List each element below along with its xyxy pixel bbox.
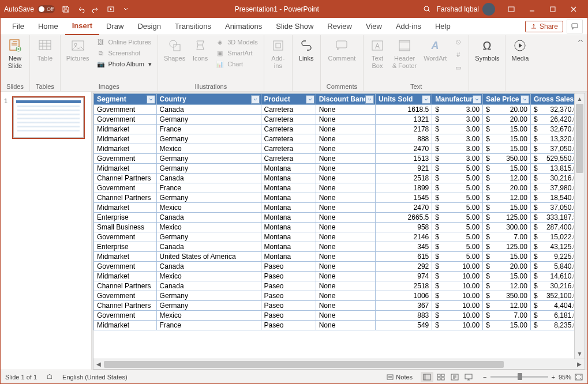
table-cell[interactable]: 10.00 (432, 301, 483, 311)
table-cell[interactable]: None (316, 193, 375, 203)
text-box-button[interactable]: A Text Box (369, 37, 385, 69)
table-cell[interactable]: Government (94, 105, 157, 115)
table-cell[interactable]: 958 (376, 223, 432, 232)
tab-draw[interactable]: Draw (99, 18, 130, 35)
table-cell[interactable]: 2518 (376, 174, 432, 183)
table-cell[interactable]: None (316, 272, 375, 281)
table-cell[interactable]: Carretera (261, 144, 316, 154)
table-cell[interactable]: Government (94, 232, 157, 242)
table-cell[interactable]: 3.00 (432, 125, 483, 134)
slideshow-icon[interactable] (462, 372, 475, 382)
table-row[interactable]: MidmarketUnited States of AmericaMontana… (94, 252, 585, 262)
filter-dropdown-icon[interactable] (422, 95, 430, 104)
table-cell[interactable]: France (156, 183, 261, 193)
table-cell[interactable]: None (316, 213, 375, 223)
table-cell[interactable]: 15.00 (483, 134, 531, 144)
table-cell[interactable]: 3.00 (432, 134, 483, 144)
table-cell[interactable]: None (316, 281, 375, 291)
table-cell[interactable]: 1321 (376, 115, 432, 125)
table-cell[interactable]: Germany (156, 193, 261, 203)
minimize-icon[interactable] (522, 1, 542, 18)
table-cell[interactable]: 2518 (376, 281, 432, 291)
table-cell[interactable]: 10.00 (432, 272, 483, 281)
table-cell[interactable]: None (316, 115, 375, 125)
table-cell[interactable]: Montana (261, 223, 316, 232)
table-cell[interactable]: 20.00 (483, 105, 531, 115)
table-cell[interactable]: Mexico (156, 311, 261, 321)
user-account[interactable]: Farshad Iqbal (437, 3, 495, 16)
table-cell[interactable]: Germany (156, 134, 261, 144)
undo-icon[interactable] (76, 4, 86, 14)
table-row[interactable]: GovernmentCanadaCarreteraNone1618.53.002… (94, 105, 585, 115)
table-cell[interactable]: None (316, 164, 375, 174)
table-cell[interactable]: Mexico (156, 223, 261, 232)
date-time-icon[interactable]: ⏲ (454, 37, 463, 47)
accessibility-icon[interactable]: ☖ (45, 372, 54, 382)
zoom-in-icon[interactable]: + (552, 374, 555, 381)
filter-dropdown-icon[interactable] (365, 95, 374, 104)
table-cell[interactable]: 12.00 (483, 301, 531, 311)
table-cell[interactable]: 300.00 (483, 223, 531, 232)
filter-dropdown-icon[interactable] (147, 95, 155, 104)
table-cell[interactable]: Montana (261, 174, 316, 183)
ribbon-display-icon[interactable] (501, 1, 522, 18)
table-row[interactable]: MidmarketMexicoCarreteraNone24703.0015.0… (94, 144, 585, 154)
table-cell[interactable]: Midmarket (94, 144, 157, 154)
table-cell[interactable]: 15.00 (483, 252, 531, 262)
table-cell[interactable]: 7.00 (483, 311, 531, 321)
table-cell[interactable]: None (316, 232, 375, 242)
photo-album-button[interactable]: 📷Photo Album▾ (96, 59, 152, 69)
notes-button[interactable]: Notes (387, 374, 413, 381)
table-cell[interactable]: Government (94, 183, 157, 193)
table-row[interactable]: Small BusinessMexicoMontanaNone9585.0030… (94, 223, 585, 232)
table-cell[interactable]: 974 (376, 272, 432, 281)
table-cell[interactable]: 5.00 (432, 252, 483, 262)
tab-design[interactable]: Design (130, 18, 167, 35)
normal-view-icon[interactable] (421, 372, 433, 382)
autosave-toggle[interactable]: AutoSave Off (4, 5, 55, 13)
tab-transitions[interactable]: Transitions (168, 18, 218, 35)
table-cell[interactable]: 20.00 (483, 262, 531, 272)
table-cell[interactable]: 549 (376, 321, 432, 330)
table-cell[interactable]: Carretera (261, 134, 316, 144)
tab-home[interactable]: Home (31, 18, 65, 35)
table-cell[interactable]: None (316, 291, 375, 301)
table-cell[interactable]: 2665.5 (376, 213, 432, 223)
table-cell[interactable]: France (156, 125, 261, 134)
table-cell[interactable]: Government (94, 115, 157, 125)
table-cell[interactable]: None (316, 134, 375, 144)
column-header[interactable]: Discount Band (316, 94, 375, 105)
reading-view-icon[interactable] (448, 372, 461, 382)
table-cell[interactable]: 1618.5 (376, 105, 432, 115)
qat-dropdown-icon[interactable] (121, 4, 131, 14)
redo-icon[interactable] (91, 4, 101, 14)
table-cell[interactable]: 2146 (376, 232, 432, 242)
table-cell[interactable]: 10.00 (432, 321, 483, 330)
table-cell[interactable]: Montana (261, 213, 316, 223)
share-button[interactable]: Share (525, 21, 563, 32)
zoom-slider[interactable] (490, 376, 548, 378)
table-cell[interactable]: Midmarket (94, 321, 157, 330)
table-cell[interactable]: None (316, 321, 375, 330)
table-cell[interactable]: Paseo (261, 301, 316, 311)
table-cell[interactable]: 2470 (376, 203, 432, 213)
table-cell[interactable]: Paseo (261, 281, 316, 291)
table-cell[interactable]: 7.00 (483, 232, 531, 242)
table-cell[interactable]: Germany (156, 164, 261, 174)
filter-dropdown-icon[interactable] (306, 95, 314, 104)
table-cell[interactable]: Enterprise (94, 242, 157, 252)
table-cell[interactable]: 20.00 (483, 115, 531, 125)
table-cell[interactable]: None (316, 301, 375, 311)
table-cell[interactable]: Government (94, 262, 157, 272)
table-cell[interactable]: 15.00 (483, 164, 531, 174)
tab-animations[interactable]: Animations (218, 18, 269, 35)
tab-file[interactable]: File (5, 18, 31, 35)
table-cell[interactable]: None (316, 183, 375, 193)
table-row[interactable]: MidmarketMexicoPaseoNone97410.0015.0014,… (94, 272, 585, 281)
table-cell[interactable]: Government (94, 291, 157, 301)
table-cell[interactable]: 1545 (376, 193, 432, 203)
table-cell[interactable]: Canada (156, 262, 261, 272)
online-pictures-button[interactable]: 🖼Online Pictures (96, 37, 152, 47)
table-cell[interactable]: Montana (261, 183, 316, 193)
tab-insert[interactable]: Insert (65, 18, 99, 35)
